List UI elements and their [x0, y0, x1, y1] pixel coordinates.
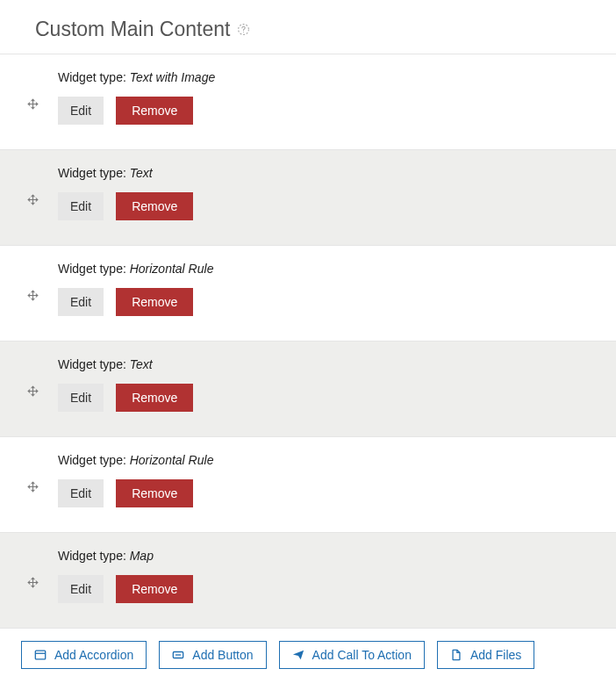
add-files-button[interactable]: Add Files — [437, 641, 534, 669]
move-icon — [27, 385, 39, 397]
widget-type-value: Map — [130, 549, 154, 563]
add-button-label: Add Files — [470, 649, 521, 661]
drag-handle[interactable] — [7, 70, 58, 110]
widget-type-value: Text — [130, 357, 153, 371]
remove-button[interactable]: Remove — [116, 479, 193, 507]
add-accordion-button[interactable]: Add Accordion — [21, 641, 147, 669]
widget-type-line: Widget type: Text — [58, 166, 604, 180]
widget-type-label: Widget type: — [58, 549, 130, 563]
widget-row: Widget type: TextEditRemove — [0, 341, 616, 436]
send-icon — [292, 649, 304, 661]
layout-icon — [34, 649, 47, 661]
drag-handle[interactable] — [7, 357, 58, 397]
widget-type-label: Widget type: — [58, 166, 130, 180]
edit-button[interactable]: Edit — [58, 288, 104, 316]
add-button-label: Add Call To Action — [312, 649, 412, 661]
move-icon — [27, 194, 39, 205]
widget-row: Widget type: TextEditRemove — [0, 149, 616, 245]
widget-type-line: Widget type: Text — [58, 357, 604, 371]
edit-button[interactable]: Edit — [58, 575, 104, 603]
edit-button[interactable]: Edit — [58, 192, 104, 220]
remove-button[interactable]: Remove — [116, 288, 193, 316]
edit-button[interactable]: Edit — [58, 384, 104, 412]
move-icon — [27, 290, 39, 301]
page-title: Custom Main Content — [35, 18, 230, 41]
widget-list: Widget type: Text with ImageEditRemove W… — [0, 54, 616, 629]
widget-type-label: Widget type: — [58, 262, 130, 276]
widget-type-value: Horizontal Rule — [130, 262, 214, 276]
widget-type-line: Widget type: Horizontal Rule — [58, 453, 604, 467]
widget-type-label: Widget type: — [58, 357, 130, 371]
remove-button[interactable]: Remove — [116, 384, 193, 412]
widget-row: Widget type: Text with ImageEditRemove — [0, 54, 616, 149]
drag-handle[interactable] — [7, 166, 58, 205]
svg-point-1 — [243, 32, 244, 32]
widget-row: Widget type: MapEditRemove — [0, 532, 616, 628]
drag-handle[interactable] — [7, 549, 58, 588]
widget-type-value: Text — [130, 166, 153, 180]
remove-button[interactable]: Remove — [116, 97, 193, 125]
add-button-button[interactable]: Add Button — [159, 641, 266, 669]
edit-button[interactable]: Edit — [58, 97, 104, 125]
file-icon — [450, 649, 462, 661]
widget-type-line: Widget type: Horizontal Rule — [58, 262, 604, 276]
widget-type-value: Text with Image — [130, 70, 216, 84]
remove-button[interactable]: Remove — [116, 192, 193, 220]
move-icon — [27, 577, 39, 588]
widget-row: Widget type: Horizontal RuleEditRemove — [0, 245, 616, 341]
drag-handle[interactable] — [7, 262, 58, 301]
drag-handle[interactable] — [7, 453, 58, 493]
add-button-label: Add Accordion — [54, 649, 133, 661]
widget-type-label: Widget type: — [58, 453, 130, 467]
widget-row: Widget type: Horizontal RuleEditRemove — [0, 436, 616, 532]
add-widget-bar: Add AccordionAdd ButtonAdd Call To Actio… — [0, 629, 616, 676]
add-call-to-action-button[interactable]: Add Call To Action — [279, 641, 425, 669]
add-button-label: Add Button — [192, 649, 253, 661]
svg-rect-14 — [35, 651, 45, 659]
widget-type-value: Horizontal Rule — [130, 453, 214, 467]
move-icon — [27, 98, 39, 110]
widget-type-label: Widget type: — [58, 70, 130, 84]
move-icon — [27, 481, 39, 493]
remove-button[interactable]: Remove — [116, 575, 193, 603]
widget-type-line: Widget type: Text with Image — [58, 70, 604, 84]
edit-button[interactable]: Edit — [58, 479, 104, 507]
help-icon[interactable] — [237, 23, 250, 36]
button-icon — [172, 649, 184, 661]
widget-type-line: Widget type: Map — [58, 549, 604, 563]
